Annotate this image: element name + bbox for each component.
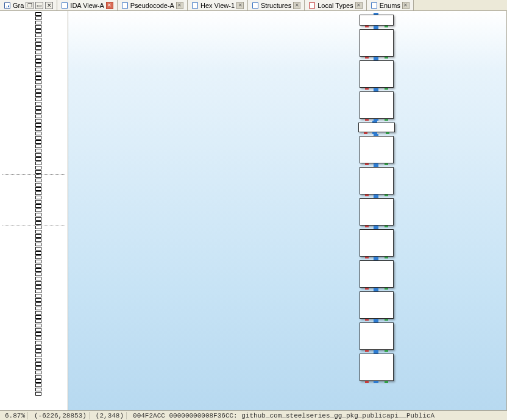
graph-node[interactable] (360, 291, 394, 319)
graph-node[interactable] (360, 91, 394, 119)
status-bar: 6.87% (-6226,28853) (2,348) 004F2ACC 000… (0, 410, 507, 420)
graph-node[interactable] (360, 198, 394, 226)
overview-node (35, 132, 41, 135)
overview-node (35, 255, 41, 259)
tab-ida-view[interactable]: IDA View-A ✕ (57, 0, 117, 10)
close-icon[interactable]: ✕ (176, 2, 183, 9)
graph-node[interactable] (360, 322, 394, 350)
overview-node (35, 72, 41, 76)
overview-node (35, 98, 41, 101)
overview-node (35, 358, 41, 361)
overview-node (35, 63, 41, 67)
close-icon[interactable]: ✕ (355, 2, 363, 9)
overview-node (35, 153, 41, 157)
overview-node (35, 68, 41, 71)
overview-node (35, 221, 41, 225)
overview-node (35, 217, 41, 221)
overview-node (35, 196, 41, 199)
overview-node (35, 294, 41, 297)
overview-node (35, 336, 41, 340)
overview-node (35, 277, 41, 280)
status-zoom: 6.87% (2, 412, 28, 419)
viewport-guide-bottom (2, 226, 65, 226)
overview-node (35, 332, 41, 336)
overview-node (35, 16, 41, 20)
overview-node (35, 200, 41, 204)
tab-hex-view[interactable]: Hex View-1 ✕ (188, 0, 248, 10)
tab-label: IDA View-A (70, 2, 104, 9)
tab-strip: Gra ❐ ▭ ✕ IDA View-A ✕ Pseudocode-A ✕ He… (0, 0, 507, 11)
overview-node (35, 93, 41, 97)
restore-window-icon[interactable]: ❐ (26, 2, 34, 9)
overview-node (35, 21, 41, 24)
graph-node[interactable] (360, 229, 394, 257)
overview-node (35, 162, 41, 165)
close-window-icon[interactable]: ✕ (45, 2, 53, 9)
overview-node (35, 12, 41, 16)
overview-node (35, 354, 41, 357)
graph-node[interactable] (360, 136, 394, 163)
overview-node (35, 123, 41, 127)
overview-node (35, 285, 41, 289)
overview-node (35, 388, 41, 391)
close-icon[interactable]: ✕ (293, 2, 300, 9)
main-area (0, 11, 507, 410)
overview-node (35, 315, 41, 319)
overview-node (35, 234, 41, 238)
overview-node (35, 51, 41, 54)
graph-node[interactable] (360, 260, 394, 288)
tab-structures[interactable]: Structures ✕ (248, 0, 305, 10)
graph-icon (4, 2, 11, 9)
graph-node[interactable] (360, 60, 394, 88)
overview-node (35, 251, 41, 255)
overview-node (35, 311, 41, 315)
overview-node (35, 25, 41, 29)
overview-node (35, 157, 41, 161)
overview-node (35, 392, 41, 396)
status-symbol: github_com_steelseries_gg_pkg_publicapi_… (241, 412, 434, 419)
overview-node (35, 324, 41, 327)
overview-node (35, 127, 41, 131)
tab-enums[interactable]: Enums ✕ (367, 0, 414, 10)
overview-node (35, 281, 41, 285)
overview-node (35, 204, 41, 208)
overview-node (35, 379, 41, 383)
overview-node (35, 140, 41, 144)
tab-pseudocode[interactable]: Pseudocode-A ✕ (118, 0, 188, 10)
overview-node-column (35, 12, 44, 396)
overview-node (35, 38, 41, 41)
status-cursor: (2,348) (93, 412, 127, 419)
close-icon[interactable]: ✕ (236, 2, 244, 9)
overview-node (35, 102, 41, 105)
graph-overview-panel[interactable] (0, 11, 68, 410)
graph-node-column (360, 15, 394, 385)
graph-node[interactable] (360, 29, 394, 57)
overview-node (35, 89, 41, 93)
overview-node (35, 76, 41, 80)
overview-node (35, 42, 41, 46)
status-address: 004F2ACC 00000000008F36CC: github_com_st… (130, 412, 505, 419)
graph-node[interactable] (360, 167, 394, 194)
close-icon[interactable]: ✕ (402, 2, 410, 9)
ida-graph-view[interactable] (68, 11, 507, 410)
overview-node (35, 106, 41, 110)
maximize-window-icon[interactable]: ▭ (35, 2, 43, 9)
tab-graph-overview[interactable]: Gra ❐ ▭ ✕ (0, 0, 57, 10)
graph-node[interactable] (360, 15, 394, 26)
overview-node (35, 268, 41, 272)
tab-label: Hex View-1 (200, 2, 235, 9)
overview-node (35, 59, 41, 63)
overview-node (35, 55, 41, 59)
overview-node (35, 272, 41, 276)
graph-node[interactable] (358, 123, 395, 132)
overview-node (35, 349, 41, 353)
overview-node (35, 213, 41, 216)
status-rva: 004F2ACC (133, 412, 165, 419)
overview-node (35, 119, 41, 123)
close-icon[interactable]: ✕ (106, 2, 113, 9)
graph-node[interactable] (360, 354, 394, 381)
overview-node (35, 230, 41, 233)
overview-node (35, 34, 41, 37)
overview-node (35, 371, 41, 374)
tab-local-types[interactable]: Local Types ✕ (305, 0, 367, 10)
